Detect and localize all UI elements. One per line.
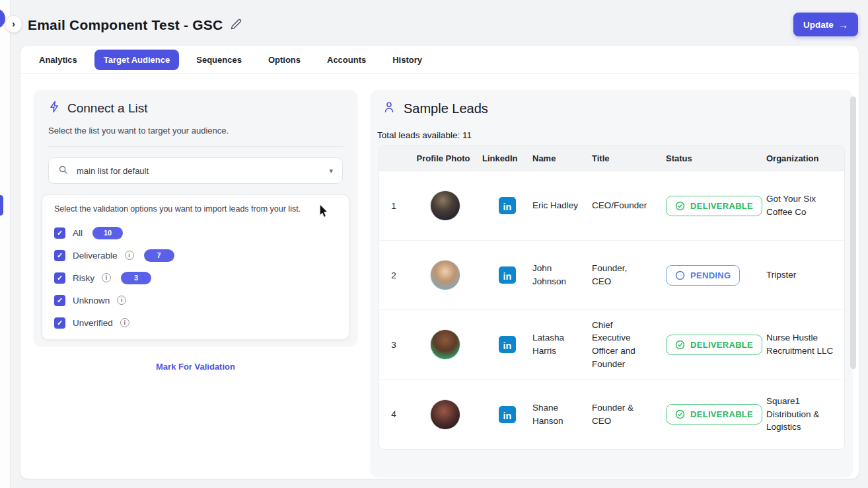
- tab-analytics[interactable]: Analytics: [30, 50, 87, 70]
- caret-down-icon: ▾: [329, 167, 333, 175]
- validation-options-card: Select the validation options you want t…: [42, 194, 349, 340]
- linkedin-icon[interactable]: in: [499, 336, 516, 353]
- total-leads-label: Total leads available: 11: [377, 130, 853, 140]
- connect-list-panel: Connect a List Select the list you want …: [34, 90, 357, 346]
- lead-title: CEO/Founder: [592, 199, 666, 212]
- divider: [48, 146, 343, 147]
- linkedin-icon[interactable]: in: [499, 406, 516, 423]
- status-badge: PENDING: [666, 265, 740, 286]
- update-button[interactable]: Update →: [793, 13, 858, 36]
- connect-list-subtitle: Select the list you want to target your …: [48, 126, 343, 136]
- table-row: 4 in Shane Hanson Founder & CEO DELIVERA…: [379, 380, 844, 449]
- avatar: [430, 399, 460, 430]
- info-icon[interactable]: i: [120, 318, 129, 327]
- count-badge-risky: 3: [121, 272, 151, 284]
- check-icon: ✓: [57, 296, 63, 305]
- column-linkedin: LinkedIn: [482, 153, 532, 163]
- lead-title: Founder & CEO: [592, 401, 666, 427]
- linkedin-icon[interactable]: in: [499, 197, 516, 214]
- lead-title: Founder, CEO: [592, 262, 666, 288]
- campaign-card: Analytics Target Audience Sequences Opti…: [20, 45, 859, 479]
- table-header-row: Profile Photo LinkedIn Name Title Status…: [379, 146, 844, 171]
- check-circle-icon: [675, 201, 685, 211]
- table-row: 2 in John Johnson Founder, CEO PENDING T…: [379, 241, 844, 310]
- lead-organization: Got Your Six Coffee Co: [766, 192, 844, 218]
- check-circle-icon: [675, 340, 685, 350]
- person-icon: [382, 101, 396, 116]
- column-title: Title: [592, 153, 666, 163]
- tab-accounts[interactable]: Accounts: [318, 50, 375, 70]
- check-circle-icon: [675, 409, 685, 419]
- checkbox-all[interactable]: ✓: [54, 227, 65, 239]
- connect-list-header: Connect a List: [48, 101, 343, 116]
- info-icon[interactable]: i: [117, 296, 126, 305]
- column-name: Name: [532, 153, 592, 163]
- validation-options: ✓ All 10 ✓ Deliverable i 7 ✓ Risky i: [54, 222, 337, 334]
- lead-organization: Square1 Distribution & Logistics: [766, 395, 844, 434]
- sidebar-active-indicator: [0, 195, 3, 216]
- lead-name: Shane Hanson: [532, 401, 592, 427]
- column-organization: Organization: [766, 153, 844, 163]
- chevron-right-icon: ›: [12, 18, 15, 29]
- validation-instruction: Select the validation options you want t…: [54, 204, 337, 214]
- checkbox-unverified[interactable]: ✓: [54, 317, 65, 329]
- tab-content: Connect a List Select the list you want …: [20, 74, 859, 479]
- page-title: Email Component Test - GSC: [28, 17, 223, 33]
- column-profile-photo: Profile Photo: [408, 153, 482, 163]
- arrow-right-icon: →: [838, 19, 848, 30]
- sample-leads-panel: Sample Leads Total leads available: 11 P…: [371, 90, 853, 477]
- lead-organization: Nurse Hustle Recruitment LLC: [766, 331, 844, 357]
- pencil-icon: [231, 19, 242, 32]
- lead-organization: Tripster: [766, 268, 844, 282]
- lead-name: Eric Hadley: [532, 199, 592, 212]
- lead-name: Latasha Harris: [532, 331, 592, 357]
- check-icon: ✓: [57, 229, 63, 237]
- tab-bar: Analytics Target Audience Sequences Opti…: [20, 46, 859, 74]
- sample-leads-header: Sample Leads: [371, 90, 853, 116]
- count-badge-all: 10: [92, 227, 123, 239]
- list-select-value: main list for default: [77, 166, 149, 176]
- validation-option-deliverable: ✓ Deliverable i 7: [54, 244, 337, 266]
- search-icon: [58, 165, 68, 177]
- tab-history[interactable]: History: [383, 50, 431, 70]
- lightning-icon: [48, 101, 61, 116]
- info-icon[interactable]: i: [125, 251, 134, 260]
- table-row: 1 in Eric Hadley CEO/Founder DELIVERABLE…: [379, 171, 844, 241]
- status-badge: DELIVERABLE: [666, 335, 762, 355]
- list-select[interactable]: main list for default ▾: [48, 157, 343, 184]
- column-status: Status: [666, 153, 766, 163]
- status-badge: DELIVERABLE: [666, 404, 762, 425]
- validation-option-unknown: ✓ Unknown i: [54, 289, 337, 311]
- tab-options[interactable]: Options: [259, 50, 310, 70]
- checkbox-risky[interactable]: ✓: [54, 272, 65, 284]
- sample-leads-title: Sample Leads: [404, 101, 488, 116]
- status-badge: DELIVERABLE: [666, 196, 762, 216]
- edit-title-button[interactable]: [231, 19, 242, 32]
- tab-target-audience[interactable]: Target Audience: [94, 50, 179, 70]
- vertical-scrollbar[interactable]: [850, 97, 856, 369]
- sidebar-expand-button[interactable]: ›: [5, 15, 22, 33]
- table-row: 3 in Latasha Harris Chief Executive Offi…: [379, 310, 844, 380]
- validation-option-unverified: ✓ Unverified i: [54, 311, 337, 334]
- connect-list-title: Connect a List: [67, 101, 147, 116]
- count-badge-deliverable: 7: [144, 249, 174, 262]
- avatar: [430, 329, 460, 360]
- checkbox-deliverable[interactable]: ✓: [54, 250, 65, 261]
- leads-table: Profile Photo LinkedIn Name Title Status…: [379, 145, 845, 450]
- validation-option-all: ✓ All 10: [54, 222, 337, 244]
- checkbox-unknown[interactable]: ✓: [54, 295, 65, 306]
- info-icon[interactable]: i: [102, 273, 111, 282]
- pending-circle-icon: [675, 270, 685, 280]
- tab-sequences[interactable]: Sequences: [187, 50, 251, 70]
- collapsed-sidebar: [0, 0, 11, 488]
- page-header: Email Component Test - GSC: [28, 17, 242, 33]
- avatar: [430, 260, 460, 290]
- check-icon: ✓: [57, 251, 63, 260]
- validation-option-risky: ✓ Risky i 3: [54, 266, 337, 289]
- mark-for-validation-link[interactable]: Mark For Validation: [34, 362, 357, 372]
- lead-title: Chief Executive Officer and Founder: [592, 319, 666, 370]
- check-icon: ✓: [57, 319, 63, 327]
- lead-name: John Johnson: [532, 262, 592, 288]
- avatar: [430, 190, 460, 221]
- linkedin-icon[interactable]: in: [499, 266, 516, 284]
